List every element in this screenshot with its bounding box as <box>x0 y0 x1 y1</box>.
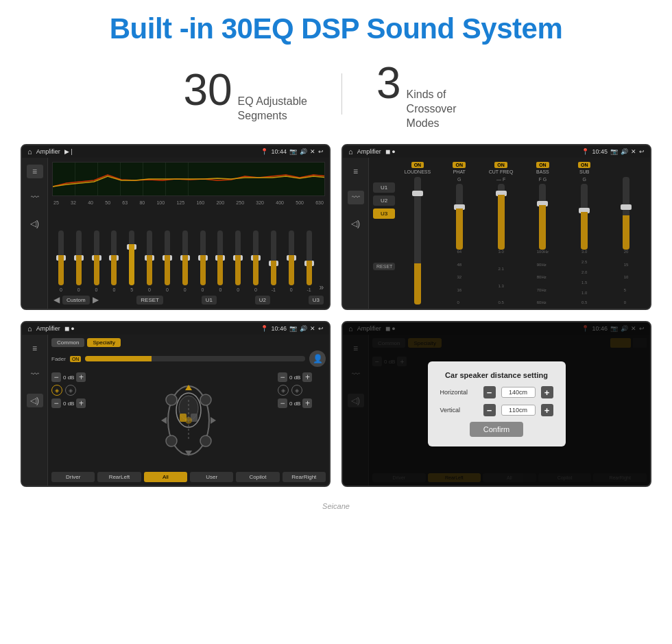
vol-val-tr: 0 dB <box>289 374 300 381</box>
stat-eq-number: 30 <box>183 64 232 115</box>
fader-track[interactable] <box>85 356 305 361</box>
u3-btn-cross[interactable]: U3 <box>373 208 395 219</box>
speaker-vol-icon[interactable]: ◁) <box>27 217 43 230</box>
eq-slider-10[interactable]: 0 <box>230 230 245 292</box>
eq-slider-6[interactable]: 0 <box>160 230 175 292</box>
fader-label: Fader <box>51 356 66 362</box>
svg-point-5 <box>166 436 177 446</box>
speaker-vol-icon-2[interactable]: ◁) <box>348 217 364 230</box>
fader-row: Fader ON 👤 <box>51 350 326 367</box>
svg-marker-9 <box>185 385 192 390</box>
reset-button[interactable]: RESET <box>136 296 163 305</box>
speaker-icon-3[interactable]: ◁) <box>27 394 43 407</box>
vol-minus-br[interactable]: − <box>278 398 287 408</box>
eq-slider-13[interactable]: 0 <box>284 230 299 292</box>
reset-btn-cross[interactable]: RESET <box>373 263 395 270</box>
eq-slider-7[interactable]: 0 <box>178 230 193 292</box>
rec-icon: ◼ ● <box>385 148 396 155</box>
cutfreq-on: ON <box>494 162 507 168</box>
vertical-minus[interactable]: − <box>483 404 496 416</box>
eq-slider-0[interactable]: 0 <box>53 230 69 292</box>
eq-slider-4[interactable]: 5 <box>124 230 139 292</box>
eq-icon-2[interactable]: ≡ <box>348 165 364 178</box>
statusbar-3: ⌂ Amplifier ◼ ● 📍 10:46 📷 🔊 ✕ ↩ <box>22 322 329 335</box>
preset-label: Custom <box>62 296 90 305</box>
u2-btn-cross[interactable]: U2 <box>373 195 395 206</box>
eq-slider-9[interactable]: 0 <box>213 230 228 292</box>
eq-icon[interactable]: ≡ <box>27 165 43 178</box>
vol-minus-tr[interactable]: − <box>278 372 287 382</box>
eq-slider-12[interactable]: -1 <box>266 230 281 292</box>
wave-icon[interactable]: 〰 <box>27 191 43 204</box>
phat-on: ON <box>453 162 466 168</box>
vertical-plus[interactable]: + <box>541 404 553 416</box>
copilot-button[interactable]: Copilot <box>236 472 279 482</box>
loudness-on: ON <box>411 162 424 168</box>
eq-slider-5[interactable]: 0 <box>142 230 157 292</box>
confirm-button[interactable]: Confirm <box>470 422 524 437</box>
left-sidebar-3: ≡ 〰 ◁) <box>22 335 48 486</box>
eq-icon-3[interactable]: ≡ <box>27 342 43 355</box>
eq-slider-3[interactable]: 0 <box>106 230 121 292</box>
rearright-button[interactable]: RearRight <box>283 472 326 482</box>
sub2-slider[interactable] <box>623 177 629 250</box>
vol-row-br: − 0 dB + <box>278 398 326 408</box>
u3-button[interactable]: U3 <box>309 296 324 305</box>
loudness-label: LOUDNESS <box>405 169 431 174</box>
home-icon-2[interactable]: ⌂ <box>348 147 353 156</box>
eq-slider-2[interactable]: 0 <box>89 230 104 292</box>
vol-minus-bl[interactable]: − <box>51 398 61 408</box>
rec-icon-3: ◼ ● <box>64 325 75 332</box>
prev-icon[interactable]: ◀ <box>53 295 60 305</box>
vol-row-bl: − 0 dB + <box>51 398 99 408</box>
eq-slider-8[interactable]: 0 <box>195 230 211 292</box>
specialty-tab[interactable]: Specialty <box>87 338 120 347</box>
driver-button[interactable]: Driver <box>51 472 95 482</box>
eq-slider-1[interactable]: 0 <box>71 230 86 292</box>
loudness-slider[interactable] <box>414 177 421 305</box>
left-sidebar-2: ≡ 〰 ◁) <box>343 158 369 309</box>
vertical-value: 110cm <box>501 405 536 416</box>
horizontal-plus[interactable]: + <box>541 386 553 398</box>
wave-icon-3[interactable]: 〰 <box>27 368 43 381</box>
u1-btn-cross[interactable]: U1 <box>373 182 395 193</box>
bass-slider[interactable] <box>539 184 546 250</box>
wave-icon-2[interactable]: 〰 <box>348 191 364 204</box>
vol-minus-tl[interactable]: − <box>51 372 61 382</box>
home-icon[interactable]: ⌂ <box>27 147 32 156</box>
rearleft-button[interactable]: RearLeft <box>97 472 141 482</box>
location-icon-3: 📍 <box>261 325 268 332</box>
next-icon[interactable]: ▶ <box>93 295 99 305</box>
vertical-row: Vertical − 110cm + <box>440 404 553 416</box>
more-arrow[interactable]: » <box>319 283 324 292</box>
home-icon-3[interactable]: ⌂ <box>27 324 32 333</box>
vol-plus-bl[interactable]: + <box>76 398 86 408</box>
volume-icon-3: 🔊 <box>300 325 307 332</box>
phat-slider[interactable] <box>456 184 463 250</box>
sub-label: SUB <box>579 169 589 174</box>
eq-slider-11[interactable]: 0 <box>248 230 263 292</box>
svg-marker-11 <box>161 417 167 424</box>
svg-marker-10 <box>185 451 192 456</box>
svg-point-6 <box>200 436 211 446</box>
vol-plus-br[interactable]: + <box>302 398 312 408</box>
time-2: 10:45 <box>592 148 608 155</box>
ch-loudness: ON LOUDNESS <box>398 162 437 305</box>
horizontal-value: 140cm <box>501 387 536 398</box>
horizontal-minus[interactable]: − <box>483 386 496 398</box>
user-button[interactable]: User <box>190 472 233 482</box>
ch-cutfreq: ON CUT FREQ — F 3.0 2.1 1.3 0.5 <box>481 162 521 305</box>
u1-button[interactable]: U1 <box>202 296 217 305</box>
vol-plus-tl[interactable]: + <box>76 372 86 382</box>
cutfreq-slider[interactable] <box>498 184 505 250</box>
vol-plus-tr[interactable]: + <box>302 372 312 382</box>
location-icon: 📍 <box>261 148 268 155</box>
common-tab[interactable]: Common <box>51 338 84 347</box>
eq-slider-14[interactable]: -1 <box>302 230 317 292</box>
close-icon-1: ✕ <box>310 148 315 155</box>
sub-slider[interactable] <box>581 184 588 250</box>
all-button[interactable]: All <box>144 472 187 482</box>
u2-button[interactable]: U2 <box>255 296 270 305</box>
time-3: 10:46 <box>271 325 287 332</box>
volume-icon-2: 🔊 <box>621 148 628 155</box>
